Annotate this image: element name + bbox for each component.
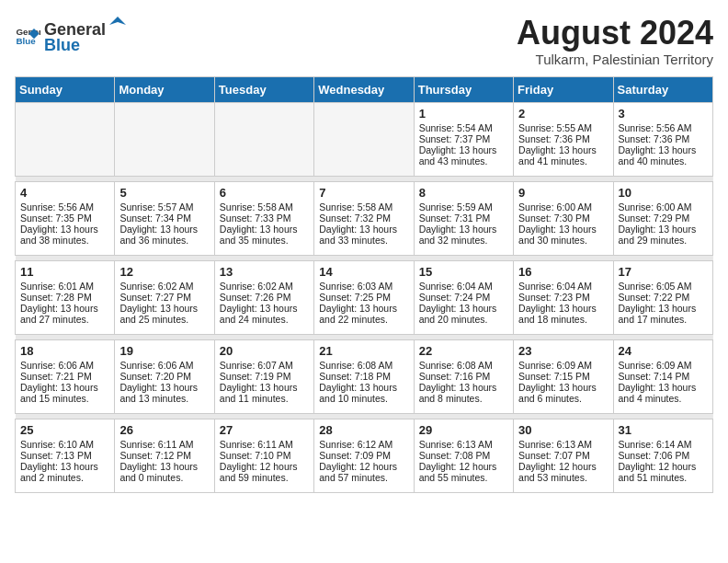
daylight-text: Daylight: 13 hours and 10 minutes. — [319, 382, 408, 404]
calendar-day-cell — [16, 102, 115, 176]
sunrise-text: Sunrise: 6:03 AM — [319, 281, 408, 292]
sunrise-text: Sunrise: 6:14 AM — [619, 439, 708, 450]
daylight-text: Daylight: 13 hours and 20 minutes. — [419, 303, 508, 325]
sunrise-text: Sunrise: 6:11 AM — [119, 439, 209, 450]
daylight-text: Daylight: 13 hours and 4 minutes. — [619, 382, 708, 404]
calendar-day-cell — [115, 102, 214, 176]
daylight-text: Daylight: 13 hours and 15 minutes. — [20, 382, 109, 404]
day-number: 7 — [319, 186, 408, 200]
sunset-text: Sunset: 7:16 PM — [419, 371, 508, 382]
sunrise-text: Sunrise: 6:00 AM — [619, 201, 708, 213]
sunset-text: Sunset: 7:34 PM — [119, 213, 209, 224]
daylight-text: Daylight: 13 hours and 8 minutes. — [419, 382, 508, 404]
day-number: 13 — [220, 265, 309, 279]
daylight-text: Daylight: 13 hours and 36 minutes. — [119, 224, 209, 246]
calendar-day-cell: 11Sunrise: 6:01 AMSunset: 7:28 PMDayligh… — [16, 260, 115, 334]
col-sunday: Sunday — [16, 76, 115, 102]
day-number: 10 — [619, 186, 708, 200]
calendar-day-cell: 8Sunrise: 5:59 AMSunset: 7:31 PMDaylight… — [414, 181, 513, 255]
day-number: 15 — [419, 265, 508, 279]
calendar-week-row: 1Sunrise: 5:54 AMSunset: 7:37 PMDaylight… — [16, 102, 713, 176]
daylight-text: Daylight: 13 hours and 2 minutes. — [20, 461, 109, 483]
sunset-text: Sunset: 7:20 PM — [119, 371, 209, 382]
sunset-text: Sunset: 7:12 PM — [119, 450, 209, 461]
sunset-text: Sunset: 7:06 PM — [619, 450, 708, 461]
sunrise-text: Sunrise: 6:08 AM — [319, 360, 408, 371]
daylight-text: Daylight: 13 hours and 33 minutes. — [319, 224, 408, 246]
day-number: 14 — [319, 265, 408, 279]
calendar-week-row: 18Sunrise: 6:06 AMSunset: 7:21 PMDayligh… — [16, 339, 713, 413]
daylight-text: Daylight: 13 hours and 24 minutes. — [220, 303, 309, 325]
col-monday: Monday — [115, 76, 214, 102]
day-number: 1 — [419, 107, 508, 121]
sunrise-text: Sunrise: 6:09 AM — [518, 360, 608, 371]
calendar-day-cell: 28Sunrise: 6:12 AMSunset: 7:09 PMDayligh… — [314, 419, 414, 492]
sunrise-text: Sunrise: 6:06 AM — [119, 360, 209, 371]
calendar-week-row: 11Sunrise: 6:01 AMSunset: 7:28 PMDayligh… — [16, 260, 713, 334]
day-number: 30 — [518, 423, 608, 437]
day-number: 12 — [119, 265, 209, 279]
calendar-day-cell: 23Sunrise: 6:09 AMSunset: 7:15 PMDayligh… — [514, 339, 613, 413]
sunset-text: Sunset: 7:27 PM — [119, 292, 209, 303]
sunset-text: Sunset: 7:36 PM — [518, 133, 608, 144]
col-saturday: Saturday — [613, 76, 712, 102]
day-number: 17 — [619, 265, 708, 279]
sunset-text: Sunset: 7:28 PM — [20, 292, 109, 303]
daylight-text: Daylight: 13 hours and 0 minutes. — [119, 461, 209, 483]
calendar-day-cell: 30Sunrise: 6:13 AMSunset: 7:07 PMDayligh… — [514, 419, 613, 492]
sunset-text: Sunset: 7:10 PM — [220, 450, 309, 461]
sunset-text: Sunset: 7:07 PM — [518, 450, 608, 461]
sunrise-text: Sunrise: 5:58 AM — [319, 201, 408, 213]
calendar-day-cell — [314, 102, 414, 176]
day-number: 31 — [619, 423, 708, 437]
sunset-text: Sunset: 7:15 PM — [518, 371, 608, 382]
daylight-text: Daylight: 12 hours and 57 minutes. — [319, 461, 408, 483]
calendar-day-cell: 24Sunrise: 6:09 AMSunset: 7:14 PMDayligh… — [613, 339, 712, 413]
daylight-text: Daylight: 12 hours and 51 minutes. — [619, 461, 708, 483]
sunrise-text: Sunrise: 6:11 AM — [220, 439, 309, 450]
sunset-text: Sunset: 7:08 PM — [419, 450, 508, 461]
calendar-day-cell — [214, 102, 313, 176]
sunset-text: Sunset: 7:32 PM — [319, 213, 408, 224]
sunset-text: Sunset: 7:29 PM — [619, 213, 708, 224]
sunset-text: Sunset: 7:26 PM — [220, 292, 309, 303]
calendar-day-cell: 29Sunrise: 6:13 AMSunset: 7:08 PMDayligh… — [414, 419, 513, 492]
month-year-title: August 2024 — [517, 15, 713, 52]
calendar-day-cell: 12Sunrise: 6:02 AMSunset: 7:27 PMDayligh… — [115, 260, 214, 334]
calendar-day-cell: 3Sunrise: 5:56 AMSunset: 7:36 PMDaylight… — [613, 102, 712, 176]
day-number: 20 — [220, 344, 309, 358]
calendar-day-cell: 2Sunrise: 5:55 AMSunset: 7:36 PMDaylight… — [514, 102, 613, 176]
page-header: General Blue General Blue August 2024 Tu… — [15, 15, 713, 67]
calendar-day-cell: 13Sunrise: 6:02 AMSunset: 7:26 PMDayligh… — [214, 260, 313, 334]
sunrise-text: Sunrise: 5:57 AM — [119, 201, 209, 213]
calendar-day-cell: 18Sunrise: 6:06 AMSunset: 7:21 PMDayligh… — [16, 339, 115, 413]
daylight-text: Daylight: 13 hours and 27 minutes. — [20, 303, 109, 325]
calendar-day-cell: 16Sunrise: 6:04 AMSunset: 7:23 PMDayligh… — [514, 260, 613, 334]
sunset-text: Sunset: 7:35 PM — [20, 213, 109, 224]
col-thursday: Thursday — [414, 76, 513, 102]
sunrise-text: Sunrise: 5:56 AM — [20, 201, 109, 213]
sunset-text: Sunset: 7:36 PM — [619, 133, 708, 144]
sunset-text: Sunset: 7:31 PM — [419, 213, 508, 224]
calendar-day-cell: 25Sunrise: 6:10 AMSunset: 7:13 PMDayligh… — [16, 419, 115, 492]
sunset-text: Sunset: 7:37 PM — [419, 133, 508, 144]
calendar-day-cell: 22Sunrise: 6:08 AMSunset: 7:16 PMDayligh… — [414, 339, 513, 413]
sunrise-text: Sunrise: 6:10 AM — [20, 439, 109, 450]
sunset-text: Sunset: 7:13 PM — [20, 450, 109, 461]
daylight-text: Daylight: 13 hours and 25 minutes. — [119, 303, 209, 325]
calendar-day-cell: 9Sunrise: 6:00 AMSunset: 7:30 PMDaylight… — [514, 181, 613, 255]
svg-marker-2 — [109, 17, 126, 25]
day-number: 27 — [220, 423, 309, 437]
calendar-day-cell: 5Sunrise: 5:57 AMSunset: 7:34 PMDaylight… — [115, 181, 214, 255]
calendar-day-cell: 7Sunrise: 5:58 AMSunset: 7:32 PMDaylight… — [314, 181, 414, 255]
sunrise-text: Sunrise: 6:00 AM — [518, 201, 608, 213]
sunrise-text: Sunrise: 6:13 AM — [518, 439, 608, 450]
daylight-text: Daylight: 13 hours and 38 minutes. — [20, 224, 109, 246]
sunrise-text: Sunrise: 5:58 AM — [220, 201, 309, 213]
sunrise-text: Sunrise: 6:06 AM — [20, 360, 109, 371]
calendar-day-cell: 31Sunrise: 6:14 AMSunset: 7:06 PMDayligh… — [613, 419, 712, 492]
day-number: 28 — [319, 423, 408, 437]
daylight-text: Daylight: 13 hours and 43 minutes. — [419, 144, 508, 167]
logo-bird-icon — [108, 15, 128, 35]
sunrise-text: Sunrise: 5:54 AM — [419, 122, 508, 133]
